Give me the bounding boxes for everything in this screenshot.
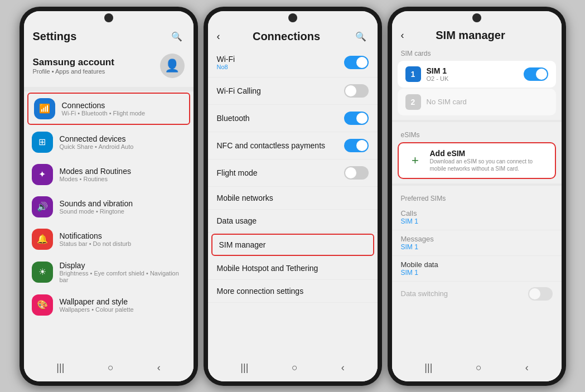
nav-recents-2[interactable]: ||| xyxy=(234,360,255,376)
add-esim-text: Add eSIM Download an eSIM so you can con… xyxy=(430,149,547,172)
nav-recents-1[interactable]: ||| xyxy=(50,360,71,376)
nav-home-3[interactable]: ○ xyxy=(469,360,489,376)
notifications-subtitle: Status bar • Do not disturb xyxy=(60,240,132,247)
preferred-messages[interactable]: Messages SIM 1 xyxy=(392,230,562,256)
sidebar-item-notifications[interactable]: 🔔 Notifications Status bar • Do not dist… xyxy=(24,223,194,255)
preferred-calls[interactable]: Calls SIM 1 xyxy=(392,205,562,230)
add-esim-button[interactable]: + Add eSIM Download an eSIM so you can c… xyxy=(398,142,556,179)
sidebar-item-wallpaper[interactable]: 🎨 Wallpaper and style Wallpapers • Colou… xyxy=(24,289,194,321)
notch-2 xyxy=(288,13,297,22)
flight-label: Flight mode xyxy=(217,168,258,177)
wallpaper-icon: 🎨 xyxy=(32,294,53,316)
conn-item-hotspot[interactable]: Mobile Hotspot and Tethering xyxy=(208,257,378,280)
sidebar-item-display[interactable]: ☀ Display Brightness • Eye comfort shiel… xyxy=(24,255,194,289)
data-switching[interactable]: Data switching xyxy=(392,282,562,306)
connections-list: Wi-Fi No8 Wi-Fi Calling Bluetooth xyxy=(208,48,378,355)
mobile-networks-label: Mobile networks xyxy=(217,193,273,202)
phone-3: ‹ SIM manager SIM cards 1 SIM 1 O2 - UK xyxy=(388,7,566,386)
sim-list: SIM cards 1 SIM 1 O2 - UK xyxy=(392,45,562,355)
bluetooth-toggle[interactable] xyxy=(344,112,369,125)
sim1-info-container: 1 SIM 1 O2 - UK xyxy=(405,66,449,82)
connections-label: Connections xyxy=(62,101,146,110)
notch-bar-3 xyxy=(392,11,562,27)
flight-toggle[interactable] xyxy=(344,166,369,180)
sounds-subtitle: Sound mode • Ringtone xyxy=(60,208,133,215)
account-name: Samsung account xyxy=(33,57,114,68)
avatar: 👤 xyxy=(160,54,185,78)
mobile-data-value: SIM 1 xyxy=(401,269,553,277)
preferred-sims-label: Preferred SIMs xyxy=(392,190,562,205)
wifi-toggle[interactable] xyxy=(344,56,369,69)
phone-1: Settings 🔍 Samsung account Profile • App… xyxy=(20,7,198,386)
phone-2: ‹ Connections 🔍 Wi-Fi No8 Wi-Fi Calling xyxy=(204,7,382,386)
sidebar-item-sounds[interactable]: 🔊 Sounds and vibration Sound mode • Ring… xyxy=(24,191,194,223)
screen-3: ‹ SIM manager SIM cards 1 SIM 1 O2 - UK xyxy=(392,27,562,381)
connections-screen-title: Connections xyxy=(253,30,320,43)
preferred-divider xyxy=(392,183,562,186)
connections-subtitle: Wi-Fi • Bluetooth • Flight mode xyxy=(62,110,146,117)
bottom-nav-3: ||| ○ ‹ xyxy=(392,355,562,381)
conn-item-sim-manager[interactable]: SIM manager xyxy=(211,234,374,256)
display-subtitle: Brightness • Eye comfort shield • Naviga… xyxy=(60,270,186,283)
nfc-toggle[interactable] xyxy=(344,139,369,152)
notch-3 xyxy=(472,13,481,22)
sim-card-1[interactable]: 1 SIM 1 O2 - UK xyxy=(398,61,556,88)
connected-devices-text: Connected devices Quick Share • Android … xyxy=(60,134,134,150)
account-section[interactable]: Samsung account Profile • Apps and featu… xyxy=(24,48,194,84)
preferred-mobile-data[interactable]: Mobile data SIM 1 xyxy=(392,256,562,282)
data-switching-toggle[interactable] xyxy=(528,287,553,301)
wifi-sublabel: No8 xyxy=(217,64,235,70)
bottom-nav-2: ||| ○ ‹ xyxy=(208,355,378,381)
sim1-carrier: O2 - UK xyxy=(427,75,449,82)
connected-devices-icon: ⊞ xyxy=(32,132,53,153)
sim-cards-label: SIM cards xyxy=(392,45,562,60)
notifications-icon: 🔔 xyxy=(32,229,53,250)
nav-home-1[interactable]: ○ xyxy=(101,360,120,376)
esims-label: eSIMs xyxy=(392,127,562,141)
conn-item-flight[interactable]: Flight mode xyxy=(208,159,378,187)
sidebar-item-modes[interactable]: ✦ Modes and Routines Modes • Routines xyxy=(24,158,194,191)
notifications-text: Notifications Status bar • Do not distur… xyxy=(60,231,132,247)
nav-back-3[interactable]: ‹ xyxy=(519,360,535,376)
sim-card-2-empty: 2 No SIM card xyxy=(398,89,556,115)
back-button-2[interactable]: ‹ xyxy=(217,31,220,42)
sim-manager-title: SIM manager xyxy=(436,29,505,42)
back-button-3[interactable]: ‹ xyxy=(401,30,404,41)
sidebar-item-connected-devices[interactable]: ⊞ Connected devices Quick Share • Androi… xyxy=(24,126,194,158)
avatar-icon: 👤 xyxy=(165,59,180,73)
calls-value: SIM 1 xyxy=(401,217,553,225)
bottom-nav-1: ||| ○ ‹ xyxy=(24,355,194,381)
nav-home-2[interactable]: ○ xyxy=(285,360,304,376)
top-bar-3: ‹ SIM manager xyxy=(392,27,562,45)
sounds-text: Sounds and vibration Sound mode • Ringto… xyxy=(60,199,133,215)
nav-recents-3[interactable]: ||| xyxy=(418,360,439,376)
search-icon-2[interactable]: 🔍 xyxy=(353,29,369,45)
conn-item-bluetooth[interactable]: Bluetooth xyxy=(208,105,378,132)
screen-1: Settings 🔍 Samsung account Profile • App… xyxy=(24,27,194,381)
conn-item-nfc[interactable]: NFC and contactless payments xyxy=(208,132,378,159)
nav-back-2[interactable]: ‹ xyxy=(335,360,351,376)
top-bar-1: Settings 🔍 xyxy=(24,27,194,48)
search-icon[interactable]: 🔍 xyxy=(169,29,185,45)
calls-label: Calls xyxy=(401,209,553,217)
messages-label: Messages xyxy=(401,235,553,243)
conn-item-mobile-networks[interactable]: Mobile networks xyxy=(208,187,378,210)
display-label: Display xyxy=(60,261,186,270)
modes-subtitle: Modes • Routines xyxy=(60,176,131,182)
data-switching-label: Data switching xyxy=(401,289,448,298)
modes-label: Modes and Routines xyxy=(60,167,131,176)
sim1-toggle[interactable] xyxy=(524,67,548,81)
sidebar-item-connections[interactable]: 📶 Connections Wi-Fi • Bluetooth • Flight… xyxy=(27,93,190,125)
connections-text: Connections Wi-Fi • Bluetooth • Flight m… xyxy=(62,101,146,117)
conn-item-wifi-calling[interactable]: Wi-Fi Calling xyxy=(208,78,378,105)
wifi-calling-toggle[interactable] xyxy=(344,84,369,98)
divider-1 xyxy=(24,87,194,91)
wallpaper-label: Wallpaper and style xyxy=(60,297,134,306)
nav-back-1[interactable]: ‹ xyxy=(151,360,167,376)
conn-item-wifi[interactable]: Wi-Fi No8 xyxy=(208,48,378,78)
conn-item-more[interactable]: More connection settings xyxy=(208,280,378,303)
add-esim-description: Download an eSIM so you can connect to m… xyxy=(430,158,547,172)
conn-item-data-usage[interactable]: Data usage xyxy=(208,210,378,233)
sim1-badge: 1 xyxy=(405,66,421,82)
wallpaper-text: Wallpaper and style Wallpapers • Colour … xyxy=(60,297,134,313)
